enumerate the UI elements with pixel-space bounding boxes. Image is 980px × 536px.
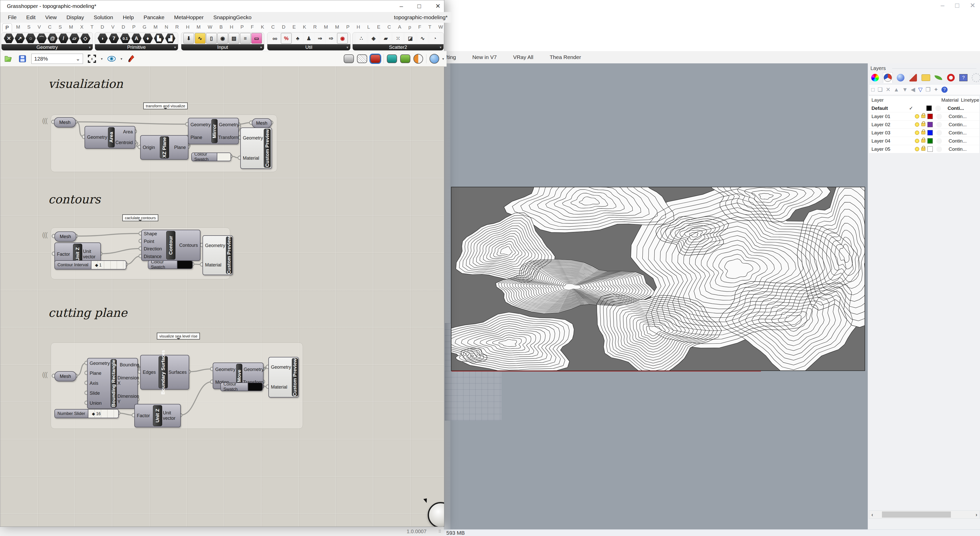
- tab-letter-25[interactable]: D: [282, 24, 285, 30]
- layer-linetype[interactable]: Contin...: [948, 130, 967, 136]
- tab-letter-32[interactable]: H: [357, 24, 360, 30]
- shape-icon[interactable]: ♦: [143, 33, 153, 43]
- brick-lower-icon[interactable]: ▙: [154, 33, 164, 43]
- tab-letter-2[interactable]: V: [38, 24, 41, 30]
- input-material[interactable]: Material: [205, 262, 221, 268]
- slider-number-slider[interactable]: Number Slider◆ 16: [54, 409, 119, 418]
- point-icon[interactable]: ◗: [97, 33, 108, 43]
- tab-letter-0[interactable]: M: [16, 24, 20, 30]
- value-list-icon[interactable]: ≡: [240, 33, 251, 44]
- gh-canvas[interactable]: visualizationtransform and visualize(((M…: [0, 66, 444, 526]
- vector-icon[interactable]: ↗: [15, 33, 25, 43]
- input-edges[interactable]: Edges: [143, 370, 156, 375]
- move-down-icon[interactable]: ▼: [902, 86, 908, 93]
- curve-icon[interactable]: ⌒: [37, 33, 47, 43]
- component-area[interactable]: GeometryAreaAreaCentroid: [84, 126, 135, 149]
- input-plane[interactable]: Plane: [90, 371, 101, 376]
- layer-color-swatch[interactable]: [928, 147, 933, 152]
- layer-linetype[interactable]: Contin...: [948, 147, 967, 152]
- tab-letter-1[interactable]: S: [27, 24, 31, 30]
- lock-icon[interactable]: [921, 139, 925, 142]
- output-transform[interactable]: Transform: [218, 135, 239, 140]
- input-direction[interactable]: Direction: [144, 246, 162, 252]
- chevron-icon[interactable]: ▾: [101, 57, 103, 61]
- output-unit-vector[interactable]: Unit vector: [83, 249, 98, 260]
- brick-upper-icon[interactable]: ▟: [165, 33, 175, 43]
- input-material[interactable]: Material: [243, 156, 259, 161]
- zoom-level-select[interactable]: 128% ⌄: [32, 54, 83, 64]
- input-origin[interactable]: Origin: [143, 145, 155, 150]
- component-custom-preview[interactable]: GeometryMaterialCustom Preview: [268, 357, 299, 397]
- save-file-icon[interactable]: [17, 53, 28, 64]
- input-union[interactable]: Union: [90, 400, 102, 406]
- tab-letter-10[interactable]: D: [121, 24, 125, 30]
- menu-help[interactable]: Help: [123, 14, 134, 21]
- swatch-color[interactable]: [217, 153, 231, 161]
- param-x-icon[interactable]: ✕: [4, 33, 14, 43]
- panel-tab-gear[interactable]: [972, 73, 980, 83]
- tab-params[interactable]: P: [2, 23, 12, 32]
- component-boundary-surfaces[interactable]: EdgesBoundary SurfacesSurfaces: [140, 355, 189, 389]
- number-icon[interactable]: 0.1: [120, 33, 130, 43]
- visibility-bulb-icon[interactable]: [915, 131, 919, 135]
- canvas-nav-ball[interactable]: [428, 502, 444, 526]
- slider-contour-interval[interactable]: Contour Interval◆ 1: [54, 260, 126, 270]
- input-geometry[interactable]: Geometry: [205, 243, 225, 248]
- layer-color-swatch[interactable]: [926, 105, 932, 111]
- sketch-pen-icon[interactable]: [126, 53, 137, 64]
- tab-letter-9[interactable]: V: [111, 24, 115, 30]
- tab-letter-38[interactable]: F: [418, 24, 421, 30]
- output-geometry[interactable]: Geometry: [219, 122, 239, 128]
- material-preview[interactable]: [936, 147, 942, 152]
- lock-icon[interactable]: [921, 147, 925, 151]
- output-dimension-x[interactable]: Dimension X: [118, 375, 139, 386]
- mesh-top-view[interactable]: [452, 187, 865, 370]
- tab-letter-20[interactable]: H: [230, 24, 233, 30]
- component-contour[interactable]: ShapePointDirectionDistanceContourContou…: [141, 230, 200, 261]
- param-mesh[interactable]: Mesh: [54, 231, 76, 242]
- tab-letter-13[interactable]: M: [153, 24, 158, 30]
- chevron-down-icon[interactable]: ▾: [260, 45, 262, 49]
- tab-letter-14[interactable]: N: [165, 24, 168, 30]
- chevron-icon[interactable]: ▾: [121, 57, 122, 61]
- output-geometry[interactable]: Geometry: [243, 367, 264, 372]
- rhino-tab-fting[interactable]: fting: [446, 54, 456, 60]
- layer-color-swatch[interactable]: [928, 130, 933, 136]
- swatch-color[interactable]: [248, 383, 262, 391]
- layer-row-layer-04[interactable]: Layer 04Contin...: [869, 137, 979, 145]
- swatch-color[interactable]: [177, 261, 192, 268]
- compass-icon[interactable]: ◔: [430, 33, 440, 43]
- layer-linetype[interactable]: Contin...: [948, 122, 967, 128]
- output-plane[interactable]: Plane: [174, 145, 186, 150]
- component-mirror[interactable]: GeometryPlaneMirrorGeometryTransform: [188, 118, 239, 144]
- tab-letter-7[interactable]: T: [91, 24, 94, 30]
- copy-layer-icon[interactable]: ❏: [878, 86, 883, 93]
- component-unit-z[interactable]: FactorUnit ZUnit vector: [134, 404, 181, 428]
- menu-view[interactable]: View: [45, 14, 57, 21]
- new-layer-icon[interactable]: □: [871, 86, 875, 93]
- tab-letter-11[interactable]: P: [132, 24, 135, 30]
- layer-name[interactable]: Layer 04: [869, 138, 907, 144]
- panel-tab-folder[interactable]: [921, 73, 930, 83]
- scrollbar-thumb[interactable]: [882, 512, 951, 518]
- layer-color-swatch[interactable]: [928, 122, 933, 127]
- input-slide[interactable]: Slide: [90, 391, 100, 396]
- stamp-icon[interactable]: ▰: [381, 33, 391, 43]
- menu-file[interactable]: File: [8, 14, 17, 21]
- lock-icon[interactable]: [921, 131, 925, 134]
- resize-grip-icon[interactable]: ⠿: [438, 529, 442, 534]
- relay-icon[interactable]: ♟: [304, 33, 314, 43]
- param-mesh[interactable]: Mesh: [54, 371, 76, 381]
- input-point[interactable]: Point: [144, 239, 154, 244]
- rhino-close-icon[interactable]: ✕: [970, 2, 975, 10]
- preview-docmesh-icon[interactable]: [387, 54, 397, 63]
- layer-linetype[interactable]: Contin...: [948, 138, 967, 144]
- tools-icon[interactable]: ✦: [934, 86, 939, 93]
- tab-letter-19[interactable]: B: [220, 24, 223, 30]
- tab-letter-33[interactable]: L: [367, 24, 370, 30]
- delete-layer-icon[interactable]: ✕: [886, 86, 890, 93]
- tab-letter-34[interactable]: E: [377, 24, 380, 30]
- tab-letter-40[interactable]: W: [438, 24, 443, 30]
- input-shape[interactable]: Shape: [144, 231, 157, 236]
- open-file-icon[interactable]: [3, 53, 14, 64]
